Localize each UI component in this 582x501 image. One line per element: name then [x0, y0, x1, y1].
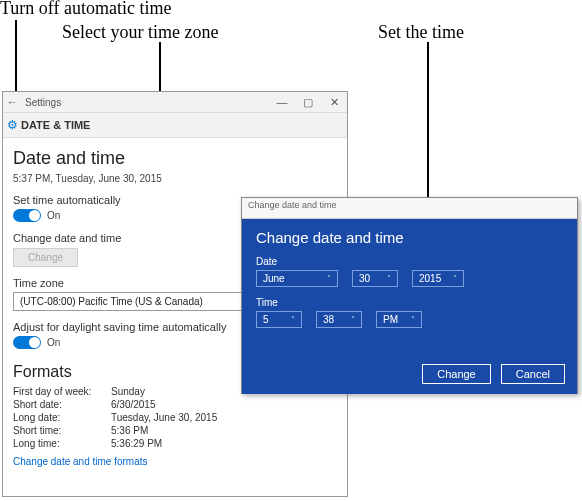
chevron-down-icon: ˅ — [411, 315, 415, 324]
dst-state: On — [47, 337, 60, 348]
gear-icon: ⚙ — [3, 118, 21, 132]
chevron-down-icon: ˅ — [351, 315, 355, 324]
annotation-timezone: Select your time zone — [62, 22, 218, 43]
year-select[interactable]: 2015˅ — [412, 270, 464, 287]
category-header: ⚙ DATE & TIME — [3, 113, 347, 138]
formats-table: First day of week:Sunday Short date:6/30… — [13, 385, 217, 450]
day-select[interactable]: 30˅ — [352, 270, 398, 287]
change-datetime-dialog: Change date and time Change date and tim… — [241, 197, 578, 394]
dst-toggle[interactable] — [13, 336, 41, 349]
annotation-auto-time: Turn off automatic time — [0, 0, 171, 19]
auto-time-toggle[interactable] — [13, 209, 41, 222]
back-icon[interactable]: ← — [3, 96, 21, 108]
timezone-value: (UTC-08:00) Pacific Time (US & Canada) — [20, 296, 203, 307]
timezone-dropdown[interactable]: (UTC-08:00) Pacific Time (US & Canada) ˅ — [13, 292, 255, 311]
date-label: Date — [256, 256, 563, 267]
change-dt-button: Change — [13, 248, 78, 267]
dialog-cancel-button[interactable]: Cancel — [501, 364, 565, 384]
chevron-down-icon: ˅ — [291, 315, 295, 324]
hour-select[interactable]: 5˅ — [256, 311, 302, 328]
dialog-heading: Change date and time — [256, 229, 563, 246]
chevron-down-icon: ˅ — [453, 274, 457, 283]
window-titlebar: ← Settings — ▢ ✕ — [3, 92, 347, 113]
chevron-down-icon: ˅ — [327, 274, 331, 283]
category-label: DATE & TIME — [21, 119, 90, 131]
ampm-select[interactable]: PM˅ — [376, 311, 422, 328]
minimize-button[interactable]: — — [269, 96, 295, 109]
change-formats-link[interactable]: Change date and time formats — [13, 456, 148, 467]
auto-time-state: On — [47, 210, 60, 221]
chevron-down-icon: ˅ — [387, 274, 391, 283]
maximize-button[interactable]: ▢ — [295, 96, 321, 109]
current-datetime: 5:37 PM, Tuesday, June 30, 2015 — [13, 173, 337, 184]
dialog-change-button[interactable]: Change — [422, 364, 491, 384]
close-button[interactable]: ✕ — [321, 96, 347, 109]
dialog-titlebar: Change date and time — [242, 198, 577, 219]
page-title: Date and time — [13, 148, 337, 169]
minute-select[interactable]: 38˅ — [316, 311, 362, 328]
time-label: Time — [256, 297, 563, 308]
annotation-set-time: Set the time — [378, 22, 464, 43]
month-select[interactable]: June˅ — [256, 270, 338, 287]
window-title: Settings — [25, 97, 61, 108]
